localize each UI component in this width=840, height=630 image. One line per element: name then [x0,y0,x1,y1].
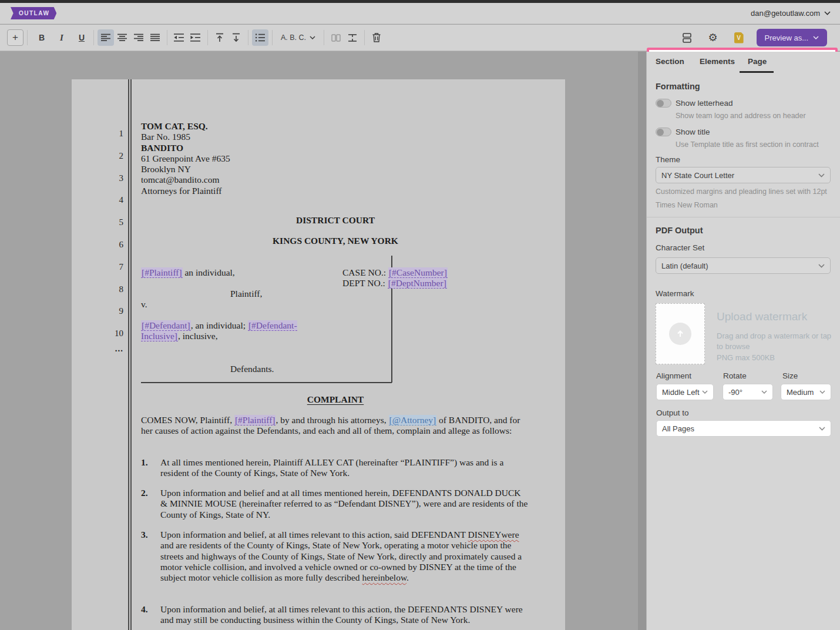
size-value: Medium [787,388,814,397]
toolbar-separator [27,30,28,45]
court-county[interactable]: KINGS COUNTY, NEW YORK [141,236,530,246]
list-button[interactable] [252,29,268,46]
italic-button[interactable]: I [53,29,70,46]
indent-button[interactable] [187,29,204,46]
chevron-down-icon [702,390,708,394]
chevron-down-icon [818,264,825,268]
caption-versus[interactable]: v. [141,299,147,310]
toolbar-separator [207,30,208,45]
delete-button[interactable] [368,29,385,46]
outdent-button[interactable] [171,29,187,46]
pleading-line-number: 4 [95,195,123,205]
chevron-down-icon [818,173,825,177]
split-section-icon [348,33,357,42]
align-center-button[interactable] [114,29,130,46]
alignment-select[interactable]: Middle Left [656,384,714,400]
show-letterhead-label: Show letterhead [676,99,733,108]
complaint-intro[interactable]: COMES NOW, Plaintiff, [#Plaintiff], by a… [141,415,530,437]
pleading-line-number: 6 [95,240,123,250]
document-page[interactable]: 1 2 3 4 5 6 7 8 9 10 ... TOM CAT, ESQ. B… [72,79,565,630]
vertical-scrollbar[interactable] [638,52,646,630]
bold-button[interactable]: B [33,29,50,46]
preview-as-label: Preview as... [765,33,808,42]
character-set-select[interactable]: Latin (default) [656,257,831,274]
align-left-icon [101,33,111,42]
paragraph-text[interactable]: Upon information and belief, at all time… [160,604,530,626]
caption-divider-horizontal [141,382,392,383]
upload-help-line1: Drag and drop a watermark or tap [717,331,831,340]
size-label: Size [782,371,798,380]
account-menu[interactable]: dan@getoutlaw.com [751,9,831,18]
watermark-label: Watermark [656,289,694,298]
alignment-label: Alignment [656,371,691,380]
theme-value: NY State Court Letter [661,171,734,180]
tab-elements[interactable]: Elements [700,57,735,66]
pages-panel-button[interactable] [679,29,695,46]
move-to-top-button[interactable] [211,29,228,46]
tab-page[interactable]: Page [748,57,767,66]
show-letterhead-toggle[interactable] [656,99,671,108]
pleading-line-number: 7 [95,262,123,272]
preview-as-button[interactable]: Preview as... [757,29,827,46]
court-title[interactable]: DISTRICT COURT [141,215,530,226]
justify-icon [150,33,160,42]
toolbar-separator [272,30,273,45]
caption-defendants-role[interactable]: Defendants. [230,364,274,374]
complaint-heading[interactable]: COMPLAINT [141,394,530,405]
list-icon [256,33,266,42]
attorney-block[interactable]: TOM CAT, ESQ. Bar No. 1985 BANDITO 61 Gr… [141,121,230,196]
move-to-bottom-button[interactable] [228,29,244,46]
paragraph-text[interactable]: At all times mentioned herein, Plaintiff… [160,457,530,479]
add-block-button[interactable]: + [7,29,23,46]
settings-button[interactable]: ⚙ [705,29,721,46]
pleading-line-number: 3 [95,173,123,183]
watermark-upload-dropzone[interactable] [656,303,705,364]
align-center-icon [117,33,127,42]
list-style-dropdown[interactable]: A. B. C. [276,29,320,46]
show-title-toggle[interactable] [656,128,671,136]
move-to-top-icon [215,33,224,42]
app-window: OUTLAW dan@getoutlaw.com + B I U [0,0,840,630]
pleading-line-number: 9 [95,306,123,316]
caption-defendant-line[interactable]: [#Defendant], an individual; [#Defendant… [141,320,311,342]
variables-button[interactable]: V [731,29,747,46]
theme-select[interactable]: NY State Court Letter [656,167,831,183]
rotate-select[interactable]: -90° [723,384,773,400]
show-letterhead-help: Show team logo and address on header [676,112,806,120]
sidebar-divider [647,217,840,217]
pleading-line-number: 10 [95,329,123,339]
align-right-button[interactable] [130,29,147,46]
paragraph-text[interactable]: Upon information and belief, at all time… [160,530,530,583]
justify-button[interactable] [147,29,163,46]
caption-plaintiff-role[interactable]: Plaintiff, [230,289,262,299]
toolbar-separator [248,30,248,45]
upload-help-line3: PNG max 500KB [717,353,775,362]
caption-plaintiff-line[interactable]: [#Plaintiff] an individual, [141,267,317,278]
dept-number-line[interactable]: DEPT NO.: [#DeptNumber] [342,278,519,289]
columns-button[interactable] [328,29,344,46]
pleading-line-number: 2 [95,151,123,161]
underline-button[interactable]: U [73,29,90,46]
split-section-button[interactable] [344,29,361,46]
show-title-help: Use Template title as first section in c… [676,140,819,149]
paragraph-text[interactable]: Upon information and belief and at all t… [160,488,530,520]
toolbar-separator [167,30,167,45]
right-sidebar: Section Elements Page Formatting Show le… [646,52,840,630]
paragraph-number: 3. [141,530,148,540]
chevron-down-icon [824,11,831,15]
tab-section[interactable]: Section [656,57,684,66]
pleading-line-ellipsis: ... [95,344,123,354]
align-left-button[interactable] [98,29,114,46]
upload-watermark-title: Upload watermark [717,310,807,323]
toggle-knob [657,100,664,107]
indent-icon [190,33,201,42]
pleading-rule-line [130,79,132,630]
alignment-value: Middle Left [662,388,700,397]
top-header-bar: OUTLAW dan@getoutlaw.com [0,3,840,24]
theme-help-line1: Customized margins and pleading lines se… [656,187,827,196]
case-number-line[interactable]: CASE NO.: [#CaseNumber] [342,267,519,278]
show-title-label: Show title [676,128,710,136]
output-to-select[interactable]: All Pages [656,420,831,437]
pages-stack-icon [683,33,691,43]
size-select[interactable]: Medium [781,384,831,400]
